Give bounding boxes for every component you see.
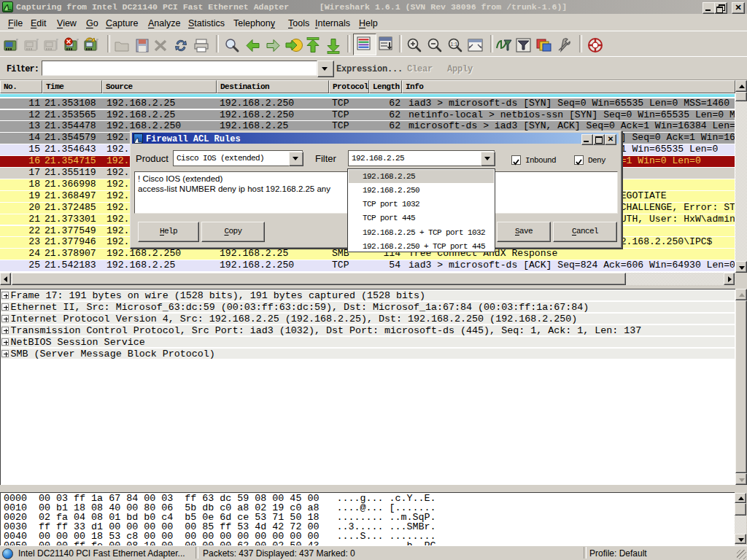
svg-text:1:1: 1:1 [451,42,458,47]
